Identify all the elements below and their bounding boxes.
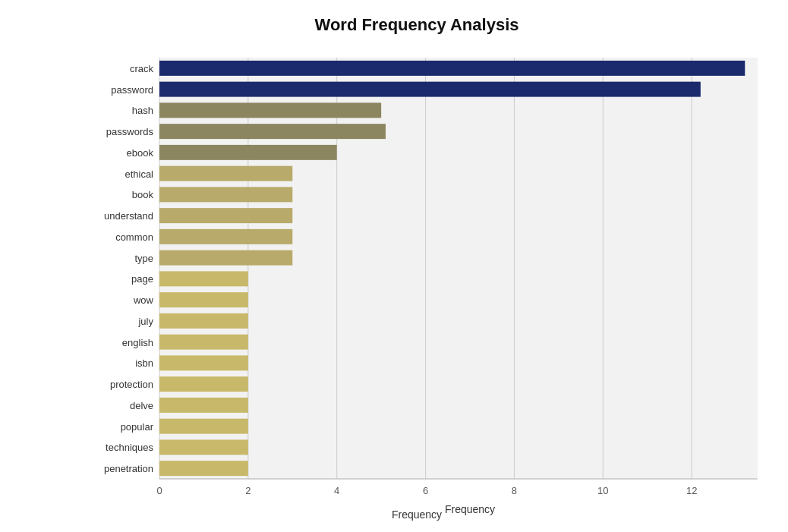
svg-text:understand: understand xyxy=(104,210,153,222)
svg-rect-49 xyxy=(159,398,248,413)
svg-rect-41 xyxy=(159,313,248,329)
svg-text:Frequency: Frequency xyxy=(445,503,495,515)
svg-rect-29 xyxy=(159,187,292,202)
svg-rect-37 xyxy=(159,271,248,286)
svg-text:july: july xyxy=(137,316,153,327)
svg-rect-35 xyxy=(159,250,292,266)
svg-rect-53 xyxy=(159,439,248,455)
svg-rect-27 xyxy=(159,166,292,181)
svg-text:delve: delve xyxy=(130,400,153,411)
chart-container: Word Frequency Analysis 024681012Frequen… xyxy=(0,0,788,532)
svg-rect-47 xyxy=(159,376,248,392)
chart-title: Word Frequency Analysis xyxy=(76,15,758,35)
svg-rect-0 xyxy=(159,58,758,479)
svg-text:penetration: penetration xyxy=(104,463,153,474)
svg-text:crack: crack xyxy=(130,63,154,74)
svg-rect-31 xyxy=(159,208,292,223)
svg-text:password: password xyxy=(111,84,153,96)
svg-text:ebook: ebook xyxy=(127,147,154,159)
svg-text:0: 0 xyxy=(156,485,162,496)
svg-text:common: common xyxy=(115,231,153,243)
svg-text:english: english xyxy=(122,337,153,348)
svg-text:popular: popular xyxy=(121,421,154,433)
svg-text:8: 8 xyxy=(512,485,517,496)
svg-text:10: 10 xyxy=(597,485,608,496)
svg-rect-39 xyxy=(159,292,248,307)
svg-text:2: 2 xyxy=(245,485,251,496)
svg-rect-55 xyxy=(159,461,248,476)
svg-text:passwords: passwords xyxy=(106,126,154,137)
svg-text:page: page xyxy=(131,273,153,285)
svg-text:book: book xyxy=(132,189,154,200)
svg-text:ethical: ethical xyxy=(125,168,153,180)
svg-rect-33 xyxy=(159,229,292,244)
svg-text:hash: hash xyxy=(132,105,153,116)
x-axis-label: Frequency xyxy=(392,508,442,521)
svg-rect-51 xyxy=(159,419,248,434)
svg-text:12: 12 xyxy=(686,485,697,496)
svg-rect-23 xyxy=(159,124,386,139)
svg-text:4: 4 xyxy=(334,485,339,496)
svg-text:type: type xyxy=(134,253,153,264)
bar-chart: 024681012Frequencycrackpasswordhashpassw… xyxy=(76,50,758,521)
svg-rect-45 xyxy=(159,355,248,370)
svg-text:wow: wow xyxy=(133,294,154,306)
svg-text:6: 6 xyxy=(423,485,428,496)
svg-text:isbn: isbn xyxy=(135,357,153,369)
svg-rect-43 xyxy=(159,335,248,350)
svg-text:protection: protection xyxy=(110,379,153,390)
svg-text:techniques: techniques xyxy=(106,442,153,453)
svg-rect-17 xyxy=(159,61,745,76)
svg-rect-21 xyxy=(159,102,381,118)
svg-rect-19 xyxy=(159,82,701,97)
svg-rect-25 xyxy=(159,145,337,160)
